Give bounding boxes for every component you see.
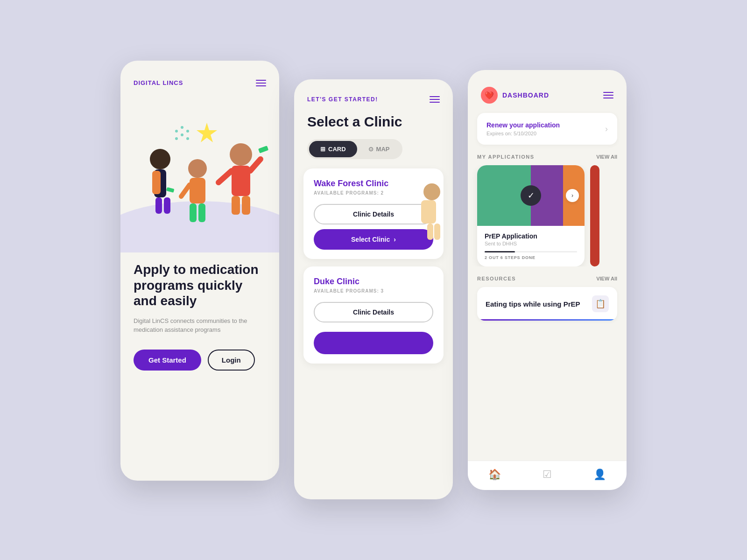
applications-carousel: ✓ › PrEP Application Sent to DHHS 2 OUT … — [468, 165, 627, 266]
svg-rect-27 — [421, 200, 436, 224]
svg-line-17 — [181, 185, 190, 196]
resources-section-header: RESOURCES VIEW All — [468, 276, 627, 287]
phone2-header: LET'S GET STARTED! — [294, 79, 453, 108]
app-card-arrow-icon: › — [566, 189, 579, 202]
phone1-subtitle: Digital LinCS connects communities to th… — [134, 316, 266, 335]
applications-section-header: MY APPLICATIONS VIEW All — [468, 154, 627, 165]
renew-card[interactable]: Renew your application Expires on: 5/10/… — [477, 113, 617, 145]
svg-line-23 — [218, 171, 232, 182]
applications-view-all[interactable]: VIEW All — [596, 154, 617, 160]
phone-1: DIGITAL LINCS — [120, 61, 279, 481]
svg-point-13 — [188, 159, 207, 178]
phone3-logo-area: ❤️ DASHBOARD — [481, 87, 549, 104]
phone2-title: Select a Clinic — [294, 108, 453, 139]
card-grid-icon: ⊞ — [320, 146, 325, 153]
phone1-header: DIGITAL LINCS — [120, 61, 279, 94]
svg-rect-14 — [190, 178, 205, 203]
svg-point-3 — [186, 130, 189, 133]
svg-point-4 — [181, 133, 183, 136]
svg-point-8 — [150, 149, 170, 169]
svg-point-1 — [175, 130, 178, 133]
svg-marker-7 — [197, 123, 217, 142]
app-card-check-icon: ✓ — [521, 185, 541, 206]
nav-home-button[interactable]: 🏠 — [488, 469, 501, 481]
map-icon: ⊙ — [368, 146, 374, 153]
phone1-illustration — [120, 94, 279, 252]
nav-check-button[interactable]: ☑ — [543, 469, 552, 481]
app-card-content: PrEP Application Sent to DHHS 2 OUT 6 ST… — [477, 226, 585, 266]
app-card-visual: ✓ › — [477, 165, 585, 226]
renew-title: Renew your application — [486, 121, 560, 129]
phone3-nav: 🏠 ☑ 👤 — [468, 461, 627, 490]
phone2-menu-icon[interactable] — [430, 96, 440, 103]
app-card-partial — [590, 165, 599, 266]
resources-view-all[interactable]: VIEW All — [596, 276, 617, 281]
check-icon: ☑ — [543, 469, 552, 481]
profile-icon: 👤 — [593, 469, 606, 481]
home-icon: 🏠 — [488, 469, 501, 481]
svg-point-18 — [230, 143, 252, 166]
svg-point-2 — [181, 126, 183, 129]
phone1-logo: DIGITAL LINCS — [134, 79, 183, 86]
clinic2-programs: AVAILABLE PROGRAMS: 3 — [314, 288, 433, 294]
phone3-dashboard-label: DASHBOARD — [502, 91, 549, 99]
phone2-cards: Wake Forest Clinic AVAILABLE PROGRAMS: 2… — [294, 168, 453, 364]
svg-line-22 — [250, 159, 261, 171]
chevron-right-icon: › — [394, 236, 396, 243]
svg-rect-20 — [232, 196, 240, 215]
phone1-title: Apply to medication programs quickly and… — [134, 262, 266, 309]
svg-rect-11 — [155, 197, 162, 214]
phone2-toggle: ⊞ CARD ⊙ MAP — [307, 139, 402, 159]
applications-label: MY APPLICATIONS — [477, 154, 535, 160]
svg-rect-15 — [190, 203, 197, 222]
app-card-steps: 2 OUT 6 STEPS DONE — [485, 255, 577, 260]
renew-chevron-icon: › — [605, 124, 608, 134]
svg-point-26 — [423, 183, 440, 200]
svg-point-6 — [186, 137, 189, 140]
nav-profile-button[interactable]: 👤 — [593, 469, 606, 481]
svg-rect-10 — [152, 171, 161, 194]
login-button[interactable]: Login — [208, 350, 255, 371]
clinic-card-1: Wake Forest Clinic AVAILABLE PROGRAMS: 2… — [303, 168, 444, 259]
phone2-lets-get: LET'S GET STARTED! — [307, 96, 378, 103]
resources-section: Eating tips while using PrEP 📋 — [468, 287, 627, 321]
resources-label: RESOURCES — [477, 276, 516, 281]
app-card-title: PrEP Application — [485, 232, 577, 240]
svg-rect-29 — [434, 224, 440, 240]
clinic2-details-button[interactable]: Clinic Details — [314, 302, 433, 322]
renew-text: Renew your application Expires on: 5/10/… — [486, 121, 560, 136]
svg-rect-28 — [427, 224, 433, 240]
clinic2-name: Duke Clinic — [314, 277, 433, 287]
phone3-header: ❤️ DASHBOARD — [468, 70, 627, 113]
resource1-text: Eating tips while using PrEP — [486, 299, 580, 309]
phone3-menu-icon[interactable] — [603, 92, 613, 98]
phone1-menu-icon[interactable] — [256, 80, 266, 86]
phone3-app-icon: ❤️ — [481, 87, 498, 104]
app-card-prep[interactable]: ✓ › PrEP Application Sent to DHHS 2 OUT … — [477, 165, 585, 266]
app-card-progress-fill — [485, 251, 515, 252]
clinic-card-2: Duke Clinic AVAILABLE PROGRAMS: 3 Clinic… — [303, 266, 444, 364]
app-card-progress-bar — [485, 251, 577, 252]
phone-2: LET'S GET STARTED! Select a Clinic ⊞ CAR… — [294, 79, 453, 499]
svg-rect-21 — [242, 196, 250, 215]
toggle-map-button[interactable]: ⊙ MAP — [357, 141, 401, 157]
phone1-content: Apply to medication programs quickly and… — [120, 252, 279, 385]
svg-rect-12 — [164, 197, 170, 214]
toggle-card-button[interactable]: ⊞ CARD — [309, 141, 357, 157]
get-started-button[interactable]: Get Started — [134, 350, 201, 371]
svg-point-5 — [175, 137, 178, 140]
svg-rect-24 — [258, 146, 268, 153]
svg-rect-19 — [232, 166, 250, 196]
resource-card-1[interactable]: Eating tips while using PrEP 📋 — [477, 287, 617, 321]
app-card-subtitle: Sent to DHHS — [485, 241, 577, 246]
phone1-buttons: Get Started Login — [134, 350, 266, 371]
resource1-icon: 📋 — [592, 295, 609, 312]
phone-3: ❤️ DASHBOARD Renew your application Expi… — [468, 70, 627, 490]
svg-rect-25 — [166, 187, 175, 193]
renew-expires: Expires on: 5/10/2020 — [486, 131, 560, 136]
svg-rect-16 — [198, 203, 205, 222]
